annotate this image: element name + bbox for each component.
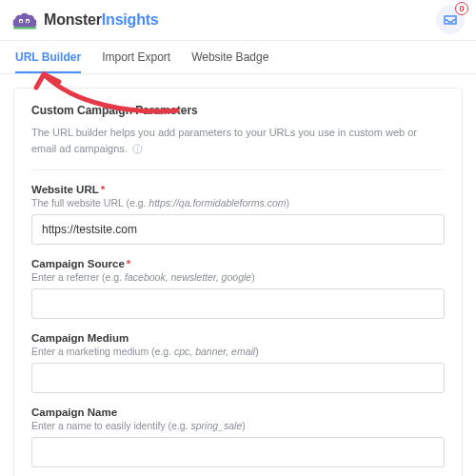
tab-website-badge[interactable]: Website Badge [191, 41, 268, 73]
field-website-url: Website URL* The full website URL (e.g. … [31, 184, 445, 245]
tab-url-builder[interactable]: URL Builder [15, 41, 81, 73]
label-text: Campaign Medium [31, 332, 129, 344]
hint-em: spring_sale [191, 420, 243, 431]
logo-icon [11, 8, 38, 33]
hint-campaign-medium: Enter a marketing medium (e.g. cpc, bann… [31, 346, 445, 357]
hint-post: ) [255, 346, 259, 357]
hint-em: facebook, newsletter, google [125, 271, 251, 283]
input-campaign-medium[interactable] [31, 363, 445, 393]
hint-pre: Enter a marketing medium (e.g. [31, 346, 174, 357]
tab-import-export[interactable]: Import Export [102, 41, 170, 73]
svg-rect-4 [13, 27, 36, 30]
label-text: Campaign Source [31, 258, 125, 269]
panel-helper: The URL builder helps you add parameters… [31, 125, 445, 156]
hint-em: cpc, banner, email [174, 346, 255, 357]
brand-name: MonsterInsights [44, 11, 159, 29]
label-text: Campaign Name [31, 407, 117, 418]
brand-text-blue: Insights [102, 11, 159, 28]
settings-card: Custom Campaign Parameters The URL build… [13, 88, 463, 476]
inbox-icon [443, 12, 458, 28]
hint-website-url: The full website URL (e.g. https://qa.fo… [31, 197, 445, 208]
hint-pre: The full website URL (e.g. [31, 197, 149, 208]
label-text: Website URL [31, 184, 99, 195]
hint-campaign-name: Enter a name to easily identify (e.g. sp… [31, 420, 445, 431]
panel-helper-text: The URL builder helps you add parameters… [31, 127, 417, 154]
label-website-url: Website URL* [31, 184, 445, 195]
field-campaign-source: Campaign Source* Enter a referrer (e.g. … [31, 258, 445, 319]
label-campaign-name: Campaign Name [31, 407, 445, 418]
info-icon[interactable]: i [132, 144, 143, 154]
panel-title: Custom Campaign Parameters [31, 104, 445, 117]
notifications-button[interactable]: 0 [436, 6, 465, 34]
input-website-url[interactable] [31, 214, 445, 245]
label-campaign-source: Campaign Source* [31, 258, 445, 269]
notification-badge: 0 [455, 2, 468, 15]
divider [31, 169, 445, 170]
hint-pre: Enter a name to easily identify (e.g. [31, 420, 191, 431]
hint-pre: Enter a referrer (e.g. [31, 271, 125, 283]
svg-point-3 [27, 20, 29, 22]
field-campaign-medium: Campaign Medium Enter a marketing medium… [31, 332, 445, 393]
hint-post: ) [242, 420, 246, 431]
tabs: URL Builder Import Export Website Badge [0, 41, 476, 74]
input-campaign-name[interactable] [31, 437, 445, 467]
field-campaign-name: Campaign Name Enter a name to easily ide… [31, 407, 445, 467]
label-campaign-medium: Campaign Medium [31, 332, 445, 344]
svg-text:i: i [137, 145, 139, 153]
hint-post: ) [286, 197, 289, 208]
brand: MonsterInsights [11, 8, 159, 33]
hint-campaign-source: Enter a referrer (e.g. facebook, newslet… [31, 271, 445, 283]
topbar: MonsterInsights 0 [0, 0, 476, 41]
hint-em: https://qa.formidableforms.com [149, 197, 286, 208]
required-indicator: * [101, 184, 105, 195]
svg-point-2 [20, 20, 22, 22]
page: Custom Campaign Parameters The URL build… [0, 74, 476, 476]
required-indicator: * [127, 258, 130, 269]
hint-post: ) [251, 271, 255, 283]
input-campaign-source[interactable] [31, 288, 445, 319]
brand-text-dark: Monster [44, 11, 102, 28]
